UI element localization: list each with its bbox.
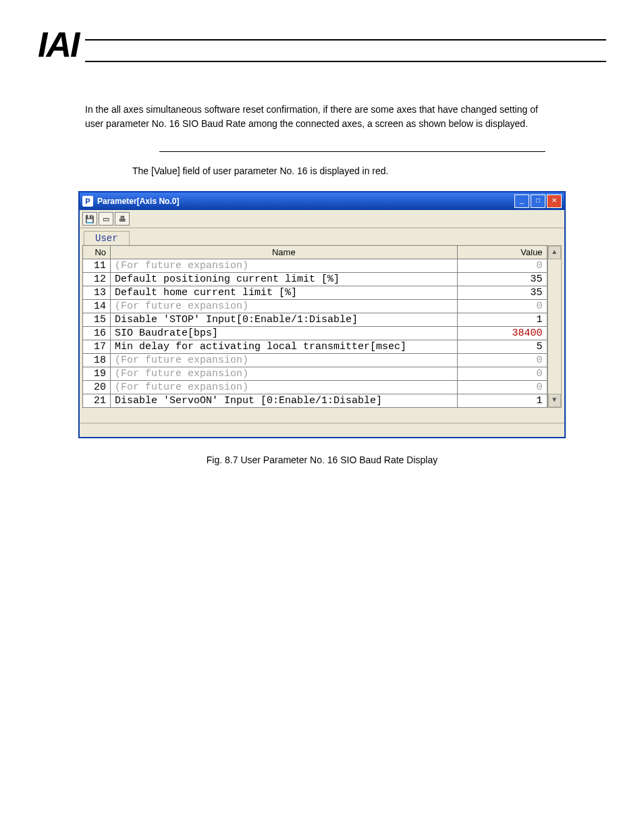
cell-name[interactable]: Disable 'ServoON' Input [0:Enable/1:Disa… [111,394,458,408]
cell-no[interactable]: 16 [83,327,111,340]
parameter-table: No Name Value 11(For future expansion)01… [82,245,547,408]
table-row[interactable]: 13Default home current limit [%]35 [83,286,547,300]
table-row[interactable]: 17Min delay for activating local transmi… [83,340,547,354]
cell-name[interactable]: (For future expansion) [111,259,458,273]
minimize-button[interactable]: _ [514,194,529,208]
cell-name[interactable]: Disable 'STOP' Input[0:Enable/1:Disable] [111,313,458,327]
maximize-button[interactable]: □ [531,194,545,208]
cell-name[interactable]: Default positioning current limit [%] [111,273,458,286]
cell-no[interactable]: 20 [83,381,111,394]
cell-no[interactable]: 12 [83,273,111,286]
cell-no[interactable]: 18 [83,354,111,367]
cell-no[interactable]: 17 [83,340,111,354]
save-icon[interactable]: 💾 [82,212,97,226]
cell-no[interactable]: 11 [83,259,111,273]
cell-name[interactable]: (For future expansion) [111,367,458,381]
close-button[interactable]: ✕ [547,194,562,208]
cell-no[interactable]: 13 [83,286,111,300]
cell-no[interactable]: 14 [83,300,111,313]
cell-name[interactable]: (For future expansion) [111,354,458,367]
cell-value[interactable]: 1 [457,394,547,408]
cell-name[interactable]: (For future expansion) [111,300,458,313]
status-bar [80,423,564,437]
toolbar: 💾 ▭ 🖶 [80,210,564,228]
cell-value[interactable]: 0 [457,367,547,381]
iai-logo: IAI [38,27,78,62]
table-row[interactable]: 15Disable 'STOP' Input[0:Enable/1:Disabl… [83,313,547,327]
table-row[interactable]: 21Disable 'ServoON' Input [0:Enable/1:Di… [83,394,547,408]
table-row[interactable]: 12Default positioning current limit [%]3… [83,273,547,286]
app-icon: P [82,196,93,207]
page-banner: IAI [38,27,606,62]
tab-user[interactable]: User [84,231,130,245]
cell-value[interactable]: 38400 [457,327,547,340]
cell-name[interactable]: Min delay for activating local transmitt… [111,340,458,354]
cell-value[interactable]: 5 [457,340,547,354]
cell-name[interactable]: Default home current limit [%] [111,286,458,300]
cell-no[interactable]: 15 [83,313,111,327]
cell-no[interactable]: 19 [83,367,111,381]
col-header-value[interactable]: Value [457,246,547,259]
table-row[interactable]: 20(For future expansion)0 [83,381,547,394]
cell-value[interactable]: 0 [457,381,547,394]
table-row[interactable]: 16SIO Baudrate[bps]38400 [83,327,547,340]
print-icon[interactable]: 🖶 [115,212,130,226]
cell-no[interactable]: 21 [83,394,111,408]
cell-value[interactable]: 1 [457,313,547,327]
cell-value[interactable]: 0 [457,259,547,273]
banner-rules [85,39,606,62]
parameter-window: P Parameter[Axis No.0] _ □ ✕ 💾 ▭ 🖶 User … [78,191,566,438]
table-row[interactable]: 11(For future expansion)0 [83,259,547,273]
window-title: Parameter[Axis No.0] [97,197,513,206]
table-row[interactable]: 18(For future expansion)0 [83,354,547,367]
figure-caption: Fig. 8.7 User Parameter No. 16 SIO Baud … [38,454,606,465]
table-row[interactable]: 14(For future expansion)0 [83,300,547,313]
scroll-up-button[interactable]: ▲ [548,246,561,259]
titlebar[interactable]: P Parameter[Axis No.0] _ □ ✕ [80,192,564,210]
intro-paragraph: In the all axes simultaneous software re… [85,103,545,131]
col-header-no[interactable]: No [83,246,111,259]
window-icon[interactable]: ▭ [99,212,113,226]
cell-value[interactable]: 0 [457,300,547,313]
col-header-name[interactable]: Name [111,246,458,259]
scroll-down-button[interactable]: ▼ [548,394,561,407]
indent-note: The [Value] field of user parameter No. … [132,165,606,176]
tab-bar: User [80,228,564,245]
table-row[interactable]: 19(For future expansion)0 [83,367,547,381]
cell-value[interactable]: 35 [457,286,547,300]
cell-name[interactable]: SIO Baudrate[bps] [111,327,458,340]
cell-value[interactable]: 0 [457,354,547,367]
cell-value[interactable]: 35 [457,273,547,286]
cell-name[interactable]: (For future expansion) [111,381,458,394]
vertical-scrollbar[interactable]: ▲ ▼ [547,245,562,408]
paragraph-underline [159,151,545,152]
